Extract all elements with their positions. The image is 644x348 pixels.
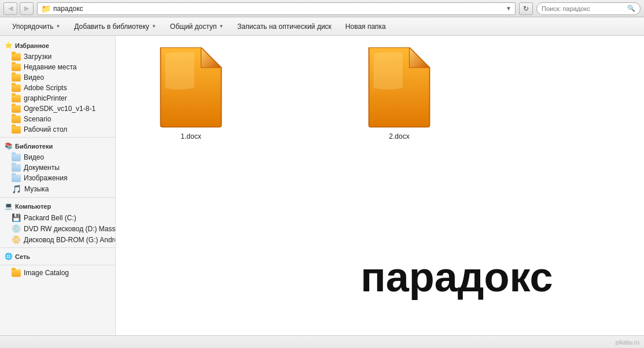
sidebar-item-ogresdk[interactable]: OgreSDK_vc10_v1-8-1 (0, 103, 115, 114)
folder-icon (12, 95, 21, 102)
forward-button[interactable]: ▶ (20, 2, 34, 15)
sidebar-item-drive-c[interactable]: 💾 Packard Bell (C:) (0, 212, 115, 223)
organize-button[interactable]: Упорядочить ▼ (6, 19, 67, 34)
folder-icon (12, 84, 21, 92)
folder-icon (12, 105, 21, 113)
status-bar (0, 335, 644, 348)
organize-arrow: ▼ (56, 24, 60, 29)
address-text: парадокс (53, 5, 502, 13)
burn-button[interactable]: Записать на оптический диск (231, 19, 338, 34)
favorites-header[interactable]: ⭐ Избранное (0, 39, 115, 51)
folder-icon (12, 64, 21, 71)
sidebar-item-lib-images[interactable]: Изображения (0, 173, 115, 183)
sidebar-item-graphic-printer[interactable]: graphicPrinter (0, 93, 115, 103)
docx-icon-2 (365, 47, 434, 128)
add-library-arrow: ▼ (152, 24, 156, 29)
address-bar[interactable]: 📁 парадокс ▼ (37, 2, 516, 15)
content-area: 1.docx (116, 36, 644, 335)
sidebar-section-bottom: Image Catalog (0, 268, 115, 278)
network-icon: 🌐 (5, 253, 13, 260)
star-icon: ⭐ (5, 42, 13, 49)
address-dropdown-arrow[interactable]: ▼ (505, 5, 513, 12)
folder-icon (12, 53, 21, 61)
search-bar[interactable]: 🔍 (536, 2, 641, 15)
sidebar-item-image-catalog[interactable]: Image Catalog (0, 268, 115, 278)
sidebar-item-drive-d[interactable]: 💿 DVD RW дисковод (D:) MassEff (0, 223, 115, 234)
sidebar-item-adobe-scripts[interactable]: Adobe Scripts (0, 83, 115, 93)
sidebar: ⭐ Избранное Загрузки Недавние места Виде… (0, 36, 116, 335)
sidebar-section-network: 🌐 Сеть (0, 250, 115, 262)
folder-icon (12, 269, 21, 277)
sidebar-item-lib-music[interactable]: 🎵 Музыка (0, 183, 115, 195)
file-name-1: 1.docx (178, 132, 203, 141)
sidebar-section-computer: 💻 Компьютер 💾 Packard Bell (C:) 💿 DVD RW… (0, 200, 115, 245)
divider (0, 265, 115, 265)
back-button[interactable]: ◀ (3, 2, 17, 15)
sidebar-item-lib-video[interactable]: Видео (0, 152, 115, 162)
lib-icon (12, 164, 21, 172)
main-layout: ⭐ Избранное Загрузки Недавние места Виде… (0, 36, 644, 335)
file-name-2: 2.docx (387, 132, 411, 141)
network-header[interactable]: 🌐 Сеть (0, 250, 115, 262)
search-input[interactable] (542, 5, 625, 12)
divider (0, 137, 115, 138)
divider (0, 247, 115, 248)
sidebar-item-downloads[interactable]: Загрузки (0, 51, 115, 62)
paradox-text: парадокс (360, 253, 553, 301)
add-to-library-button[interactable]: Добавить в библиотеку ▼ (68, 19, 162, 34)
lib-icon (12, 175, 21, 182)
share-button[interactable]: Общий доступ ▼ (164, 19, 230, 34)
sidebar-item-drive-g[interactable]: 📀 Дисковод BD-ROM (G:) Androi (0, 234, 115, 245)
nav-buttons: ◀ ▶ (3, 2, 34, 15)
watermark: pikabu.ru (616, 339, 639, 346)
library-icon: 📚 (5, 142, 13, 150)
new-folder-button[interactable]: Новая папка (339, 19, 392, 34)
drive-icon: 💾 (12, 213, 21, 222)
search-icon: 🔍 (627, 5, 635, 12)
bd-icon: 📀 (12, 235, 21, 244)
sidebar-section-favorites: ⭐ Избранное Загрузки Недавние места Виде… (0, 39, 115, 135)
sidebar-item-recent[interactable]: Недавние места (0, 62, 115, 72)
file-item-2[interactable]: 2.docx (370, 47, 428, 141)
sidebar-item-video[interactable]: Видео (0, 72, 115, 83)
toolbar: Упорядочить ▼ Добавить в библиотеку ▼ Об… (0, 17, 644, 36)
file-grid: 1.docx (162, 47, 632, 141)
refresh-button[interactable]: ↻ (519, 2, 533, 15)
sidebar-section-libraries: 📚 Библиотеки Видео Документы Изображения… (0, 140, 115, 195)
sidebar-item-desktop[interactable]: Рабочий стол (0, 124, 115, 135)
docx-icon-1 (156, 47, 226, 128)
share-arrow: ▼ (219, 24, 223, 29)
sidebar-item-scenario[interactable]: Scenario (0, 114, 115, 124)
folder-icon (12, 116, 21, 123)
divider (0, 197, 115, 198)
music-icon: 🎵 (12, 184, 21, 194)
sidebar-item-lib-docs[interactable]: Документы (0, 162, 115, 173)
file-item-1[interactable]: 1.docx (162, 47, 220, 141)
folder-icon: 📁 (41, 4, 51, 13)
computer-header[interactable]: 💻 Компьютер (0, 200, 115, 212)
folder-icon (12, 74, 21, 82)
dvd-icon: 💿 (12, 224, 21, 233)
libraries-header[interactable]: 📚 Библиотеки (0, 140, 115, 152)
folder-icon (12, 126, 21, 134)
computer-icon: 💻 (5, 202, 13, 210)
lib-icon (12, 154, 21, 161)
title-bar: ◀ ▶ 📁 парадокс ▼ ↻ 🔍 (0, 0, 644, 17)
